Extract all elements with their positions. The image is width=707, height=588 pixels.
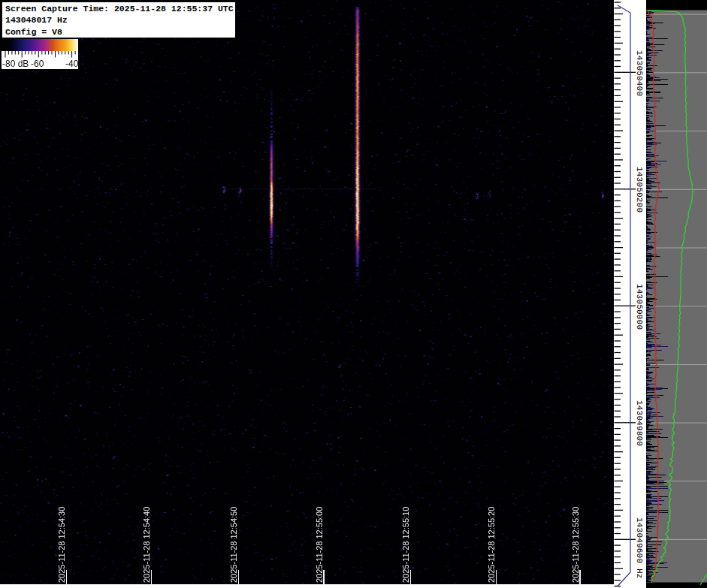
colorbar-tick-ruler — [2, 51, 78, 59]
colorbar-ticks-svg — [2, 51, 78, 59]
time-label-0: 2025-11-28 12:54:30 — [57, 507, 67, 583]
freq-label-3: 143049800 — [634, 400, 644, 446]
amplitude-color-legend: -80 dB-60-40 — [2, 39, 78, 69]
time-label-1: 2025-11-28 12:54:40 — [142, 507, 152, 583]
capture-frequency-text: 143048017 Hz — [5, 15, 68, 25]
time-label-3: 2025-11-28 12:55:00 — [315, 507, 325, 583]
time-label-2: 2025-11-28 12:54:50 — [229, 507, 239, 583]
capture-time-text: Screen Capture Time: 2025-11-28 12:55:37… — [5, 4, 234, 14]
freq-label-1: 143050200 — [634, 167, 644, 213]
colorbar-label-2: -40 — [65, 59, 78, 70]
time-label-5: 2025-11-28 12:55:20 — [487, 507, 497, 583]
time-label-6: 2025-11-28 12:55:30 — [571, 507, 581, 583]
capture-info-box: Screen Capture Time: 2025-11-28 12:55:37… — [2, 2, 235, 38]
colorbar-labels: -80 dB-60-40 — [2, 59, 78, 70]
freq-label-2: 143050000 — [634, 284, 644, 330]
bottom-time-scale-strip — [0, 584, 615, 588]
time-label-4: 2025-11-28 12:55:10 — [401, 507, 411, 583]
waterfall-spectrogram — [0, 0, 615, 584]
colorbar-label-0: -80 dB — [2, 59, 29, 70]
freq-label-4: 143049600 Hz — [634, 517, 644, 579]
colorbar-label-1: -60 — [31, 59, 44, 70]
capture-config-text: Config = V8 — [5, 27, 62, 37]
spectrum-lab-screen-capture: 2025-11-28 12:54:302025-11-28 12:54:4020… — [0, 0, 707, 588]
colorbar-gradient — [4, 39, 79, 51]
freq-label-0: 143050400 — [634, 50, 644, 96]
frequency-ruler: 1430504001430502001430500001430498001430… — [614, 0, 646, 588]
spectrum-graph-panel — [646, 0, 707, 588]
